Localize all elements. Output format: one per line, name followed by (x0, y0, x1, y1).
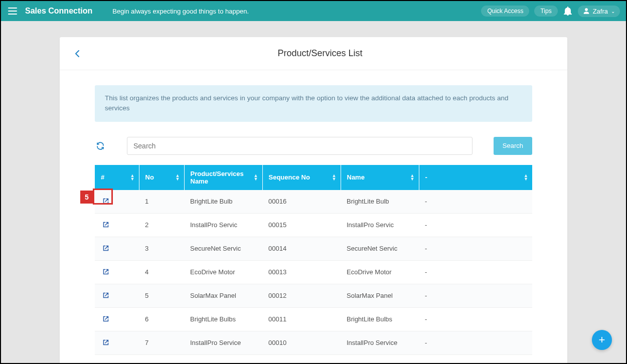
cell-name: SolarMax Panel (341, 284, 419, 307)
cell-psn: BrightLite Bulbs (184, 307, 262, 331)
sort-icon: ▲▼ (254, 174, 258, 181)
cell-seq: 00011 (262, 307, 341, 331)
cell-psn: SecureNet Service (184, 354, 262, 364)
refresh-icon[interactable] (95, 140, 106, 151)
open-icon[interactable] (101, 290, 111, 300)
chevron-down-icon: ⌄ (611, 9, 615, 14)
cell-name: SecureNet Service (341, 354, 419, 364)
topbar: Sales Connection Begin always expecting … (1, 1, 626, 21)
col-name[interactable]: Name▲▼ (341, 165, 419, 190)
open-icon[interactable] (101, 361, 111, 365)
cell-dash: - (419, 237, 532, 260)
cell-seq: 00010 (262, 331, 341, 354)
cell-psn: InstallPro Servic (184, 213, 262, 237)
cell-seq: 00015 (262, 213, 341, 237)
table-row: 7InstallPro Service00010InstallPro Servi… (95, 331, 532, 354)
sort-icon: ▲▼ (130, 174, 135, 181)
user-menu[interactable]: Zafra ⌄ (578, 6, 620, 17)
sort-icon: ▲▼ (332, 174, 337, 181)
open-icon[interactable] (101, 243, 111, 253)
col-hash[interactable]: #▲▼ (95, 165, 139, 190)
card-body: This list organizes the products and ser… (60, 70, 567, 364)
col-dash[interactable]: -▲▼ (419, 165, 532, 190)
cell-psn: InstallPro Service (184, 331, 262, 354)
cell-seq: 00016 (262, 190, 341, 214)
cell-no: 4 (139, 260, 184, 284)
cell-no: 1 (139, 190, 184, 214)
sort-icon: ▲▼ (524, 174, 528, 181)
cell-dash: - (419, 213, 532, 237)
sort-icon: ▲▼ (410, 174, 415, 181)
user-name: Zafra (593, 8, 608, 15)
table-row: 2InstallPro Servic00015InstallPro Servic… (95, 213, 532, 237)
sort-icon: ▲▼ (176, 174, 180, 181)
page-title: Product/Services List (84, 48, 556, 59)
cell-name: EcoDrive Motor (341, 260, 419, 284)
topbar-right: Quick Access Tips Zafra ⌄ (481, 6, 620, 17)
table-row: 8SecureNet Service00009SecureNet Service… (95, 354, 532, 364)
open-icon[interactable] (101, 267, 111, 277)
cell-psn: SolarMax Panel (184, 284, 262, 307)
col-no[interactable]: No▲▼ (139, 165, 184, 190)
cell-seq: 00013 (262, 260, 341, 284)
table-row: 4EcoDrive Motor00013EcoDrive Motor- (95, 260, 532, 284)
col-seq[interactable]: Sequence No▲▼ (262, 165, 341, 190)
table-row: 5SolarMax Panel00012SolarMax Panel- (95, 284, 532, 307)
cell-dash: - (419, 307, 532, 331)
brand-title: Sales Connection (25, 7, 92, 16)
search-row: Search (95, 137, 532, 155)
cell-name: InstallPro Service (341, 331, 419, 354)
cell-dash: - (419, 190, 532, 214)
cell-no: 7 (139, 331, 184, 354)
main-card: Product/Services List This list organize… (60, 37, 567, 364)
cell-no: 8 (139, 354, 184, 364)
table-wrap: #▲▼ No▲▼ Product/Services Name▲▼ Sequenc… (95, 165, 532, 365)
cell-name: SecureNet Servic (341, 237, 419, 260)
cell-dash: - (419, 331, 532, 354)
cell-seq: 00009 (262, 354, 341, 364)
open-icon[interactable] (101, 314, 111, 324)
cell-dash: - (419, 354, 532, 364)
cell-no: 3 (139, 237, 184, 260)
cell-name: InstallPro Servic (341, 213, 419, 237)
info-banner: This list organizes the products and ser… (95, 85, 532, 122)
cell-dash: - (419, 260, 532, 284)
cell-seq: 00012 (262, 284, 341, 307)
cell-psn: SecureNet Servic (184, 237, 262, 260)
tips-button[interactable]: Tips (534, 6, 557, 17)
cell-no: 2 (139, 213, 184, 237)
cell-no: 6 (139, 307, 184, 331)
bell-icon[interactable] (563, 6, 573, 16)
products-table: #▲▼ No▲▼ Product/Services Name▲▼ Sequenc… (95, 165, 532, 365)
table-row: 51BrightLite Bulb00016BrightLite Bulb- (95, 190, 532, 214)
cell-dash: - (419, 284, 532, 307)
cell-name: BrightLite Bulbs (341, 307, 419, 331)
card-header: Product/Services List (60, 37, 567, 70)
user-icon (583, 8, 590, 15)
open-icon[interactable] (101, 220, 111, 230)
tagline-text: Begin always expecting good things to ha… (112, 8, 249, 15)
search-button[interactable]: Search (494, 137, 532, 155)
add-fab[interactable]: + (592, 330, 612, 350)
plus-icon: + (599, 333, 605, 346)
table-row: 3SecureNet Servic00014SecureNet Servic- (95, 237, 532, 260)
callout-badge: 5 (80, 191, 93, 204)
hamburger-icon[interactable] (7, 6, 18, 17)
open-icon[interactable] (101, 196, 111, 206)
back-button[interactable] (71, 47, 84, 60)
col-psn[interactable]: Product/Services Name▲▼ (184, 165, 262, 190)
cell-psn: BrightLite Bulb (184, 190, 262, 214)
cell-seq: 00014 (262, 237, 341, 260)
cell-no: 5 (139, 284, 184, 307)
cell-psn: EcoDrive Motor (184, 260, 262, 284)
cell-name: BrightLite Bulb (341, 190, 419, 214)
open-icon[interactable] (101, 337, 111, 347)
quick-access-button[interactable]: Quick Access (481, 6, 529, 17)
table-row: 6BrightLite Bulbs00011BrightLite Bulbs- (95, 307, 532, 331)
search-input[interactable] (127, 137, 473, 155)
